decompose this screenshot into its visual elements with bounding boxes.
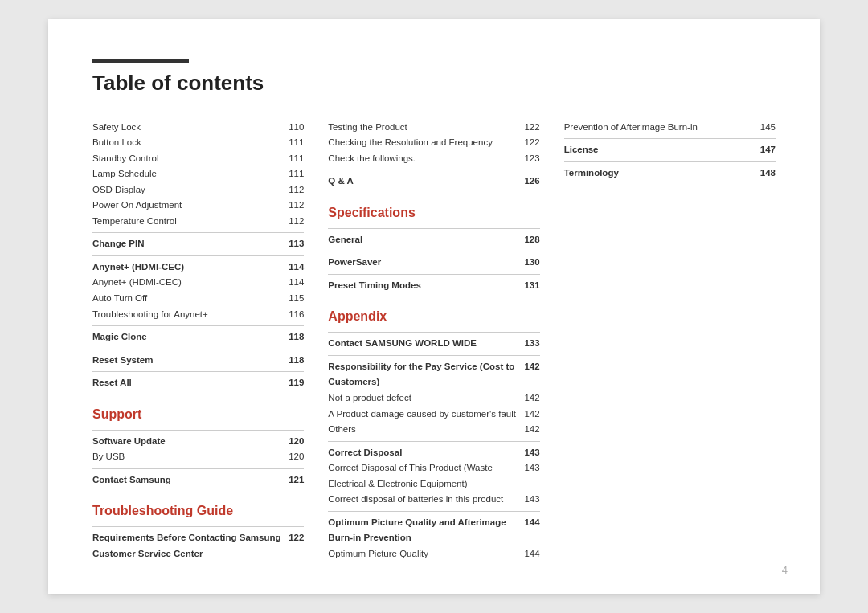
entry-page: 126 (524, 174, 539, 190)
col3-top-entries: Prevention of Afterimage Burn-in145 (564, 120, 776, 136)
entry-page: 111 (289, 166, 304, 182)
toc-entry: General128 (328, 232, 539, 248)
entry-text: Not a product defect (328, 390, 524, 407)
col2-appendix-entries: Contact SAMSUNG WORLD WIDE133Responsibil… (328, 332, 539, 562)
entry-page: 144 (524, 546, 539, 562)
entry-page: 130 (524, 255, 539, 271)
divider (92, 349, 304, 349)
toc-entry: Power On Adjustment112 (92, 198, 304, 214)
entry-page: 111 (289, 151, 304, 167)
col3-section-entries: License147Terminology148 (564, 138, 776, 181)
entry-page: 120 (289, 449, 304, 465)
entry-page: 122 (524, 135, 539, 151)
toc-entry: Magic Clone118 (92, 329, 304, 345)
toc-entry: Reset System118 (92, 353, 304, 369)
entry-page: 114 (289, 260, 304, 276)
entry-text: By USB (92, 449, 289, 465)
entry-text: Troubleshooting for Anynet+ (92, 307, 289, 323)
entry-text: PowerSaver (328, 255, 524, 271)
entry-page: 112 (289, 214, 304, 230)
divider (92, 430, 304, 431)
divider (328, 332, 539, 333)
toc-entry: Responsibility for the Pay Service (Cost… (328, 359, 539, 390)
toc-entry: Software Update120 (92, 434, 304, 450)
divider (328, 170, 539, 170)
entry-page: 112 (289, 182, 304, 198)
toc-entry: Contact SAMSUNG WORLD WIDE133 (328, 336, 539, 352)
entry-page: 144 (524, 515, 539, 531)
entry-page: 142 (524, 359, 539, 375)
toc-entry: Correct Disposal143 (328, 445, 539, 461)
entry-page: 112 (289, 198, 304, 214)
entry-text: Testing the Product (328, 120, 524, 136)
col1-troubleshooting-entries: Requirements Before Contacting Samsung C… (92, 526, 304, 562)
page-title: Table of contents (92, 71, 776, 96)
toc-entry: Change PIN113 (92, 236, 304, 252)
toc-entry: Check the followings.123 (328, 151, 539, 167)
toc-columns: Safety Lock110Button Lock111Standby Cont… (92, 120, 776, 562)
entry-page: 111 (289, 135, 304, 151)
entry-page: 143 (524, 460, 539, 476)
toc-entry: Anynet+ (HDMI-CEC)114 (92, 275, 304, 291)
toc-entry: Correct Disposal of This Product (Waste … (328, 460, 539, 492)
entry-text: Software Update (92, 434, 289, 450)
entry-text: OSD Display (92, 182, 289, 198)
divider (328, 441, 539, 442)
entry-text: Anynet+ (HDMI-CEC) (92, 260, 289, 276)
toc-entry: Lamp Schedule111 (92, 166, 304, 182)
entry-text: Optimum Picture Quality (328, 546, 524, 562)
specifications-heading: Specifications (328, 206, 539, 220)
entry-text: Reset System (92, 353, 289, 369)
entry-page: 142 (524, 407, 539, 423)
toc-entry: PowerSaver130 (328, 255, 539, 271)
divider (92, 526, 304, 527)
entry-text: Lamp Schedule (92, 166, 289, 182)
entry-page: 122 (289, 530, 304, 546)
divider (328, 228, 539, 229)
toc-entry: Contact Samsung121 (92, 472, 304, 488)
toc-entry: Temperature Control112 (92, 214, 304, 230)
entry-text: Prevention of Afterimage Burn-in (564, 120, 760, 136)
entry-text: Standby Control (92, 151, 289, 167)
toc-entry: Not a product defect142 (328, 390, 539, 407)
toc-entry: Checking the Resolution and Frequency122 (328, 135, 539, 151)
divider (92, 232, 304, 233)
entry-page: 119 (289, 375, 304, 391)
column-1: Safety Lock110Button Lock111Standby Cont… (92, 120, 328, 562)
toc-entry: Testing the Product122 (328, 120, 539, 136)
entry-page: 116 (289, 307, 304, 323)
entry-text: Preset Timing Modes (328, 278, 524, 294)
entry-page: 142 (524, 390, 539, 407)
entry-text: Others (328, 422, 524, 438)
toc-entry: By USB120 (92, 449, 304, 465)
entry-page: 118 (289, 353, 304, 369)
entry-text: Safety Lock (92, 120, 289, 136)
entry-text: Anynet+ (HDMI-CEC) (92, 275, 289, 291)
toc-entry: Optimum Picture Quality144 (328, 546, 539, 562)
entry-text: Change PIN (92, 236, 289, 252)
entry-text: General (328, 232, 524, 248)
toc-entry: Preset Timing Modes131 (328, 278, 539, 294)
column-3: Prevention of Afterimage Burn-in145 Lice… (564, 120, 776, 562)
support-heading: Support (92, 407, 304, 422)
entry-text: Temperature Control (92, 214, 289, 230)
divider (328, 251, 539, 251)
title-bar (92, 59, 189, 63)
page: Table of contents Safety Lock110Button L… (48, 19, 820, 595)
toc-entry: Standby Control111 (92, 151, 304, 167)
entry-text: Reset All (92, 375, 289, 391)
toc-entry: Correct disposal of batteries in this pr… (328, 492, 539, 508)
col2-top-entries: Testing the Product122Checking the Resol… (328, 120, 539, 190)
divider (92, 255, 304, 256)
divider (328, 274, 539, 275)
toc-entry: Optimum Picture Quality and Afterimage B… (328, 515, 539, 546)
entry-text: License (564, 142, 760, 158)
entry-text: Auto Turn Off (92, 291, 289, 307)
entry-page: 131 (524, 278, 539, 294)
entry-page: 143 (524, 445, 539, 461)
entry-page: 122 (524, 120, 539, 136)
entry-text: Checking the Resolution and Frequency (328, 135, 524, 151)
entry-page: 145 (760, 120, 776, 136)
divider (564, 138, 776, 139)
entry-text: Q & A (328, 174, 524, 190)
